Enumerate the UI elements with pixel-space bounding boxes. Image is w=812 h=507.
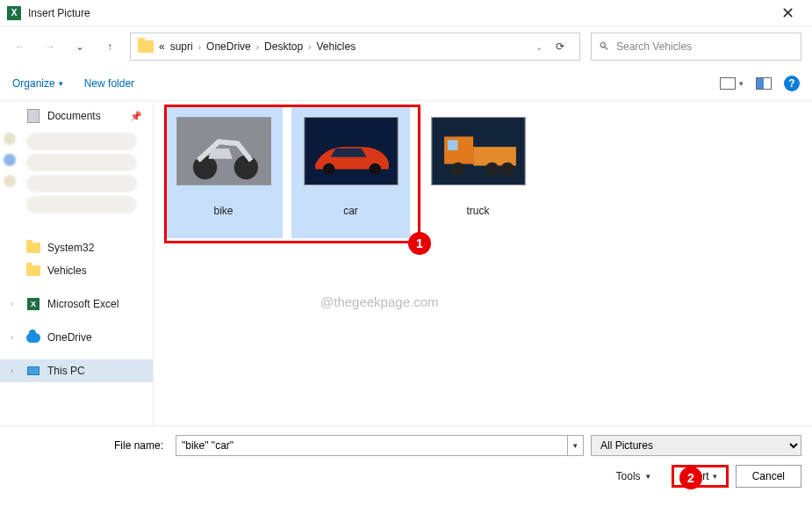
- chevron-down-icon[interactable]: ⌄: [535, 42, 543, 52]
- annotation-callout: 1: [408, 232, 431, 255]
- back-button[interactable]: ←: [11, 37, 30, 56]
- preview-pane-button[interactable]: [756, 77, 772, 90]
- filename-dropdown[interactable]: ▾: [568, 435, 584, 456]
- dialog-body: Documents 📌 System32 Vehicles › X Micros…: [0, 100, 812, 425]
- sidebar-item-onedrive[interactable]: › OneDrive: [0, 326, 153, 349]
- folder-icon: [26, 265, 40, 276]
- breadcrumb-item[interactable]: OneDrive: [206, 40, 251, 53]
- breadcrumb-item[interactable]: Vehicles: [316, 40, 356, 53]
- breadcrumb-item[interactable]: supri: [170, 40, 193, 53]
- new-folder-button[interactable]: New folder: [84, 77, 134, 90]
- chevron-right-icon: ›: [11, 333, 19, 342]
- svg-point-1: [192, 156, 216, 179]
- search-icon: 🔍︎: [599, 40, 609, 53]
- cloud-icon: [26, 333, 40, 343]
- file-list[interactable]: 1 bike car truck @thegeekpage.c: [154, 101, 812, 425]
- svg-point-10: [450, 163, 464, 177]
- breadcrumb-item[interactable]: Desktop: [264, 40, 303, 53]
- excel-icon: X: [27, 298, 40, 310]
- file-type-filter[interactable]: All Pictures: [591, 435, 801, 456]
- svg-point-2: [234, 156, 257, 179]
- organize-menu[interactable]: Organize ▾: [12, 77, 63, 90]
- navigation-pane: Documents 📌 System32 Vehicles › X Micros…: [0, 101, 154, 425]
- title-bar: X Insert Picture ✕: [0, 0, 812, 26]
- file-item-car[interactable]: car: [291, 106, 410, 238]
- folder-icon: [26, 243, 40, 253]
- sidebar-item-label: This PC: [47, 365, 85, 377]
- chevron-down-icon: ▾: [646, 472, 650, 481]
- file-name: bike: [213, 205, 233, 217]
- forward-button[interactable]: →: [40, 37, 60, 56]
- sidebar-item-label: Vehicles: [47, 264, 87, 277]
- sidebar-item-label: System32: [47, 242, 94, 254]
- window-title: Insert Picture: [28, 7, 90, 19]
- toolbar: Organize ▾ New folder ▾ ?: [0, 67, 812, 100]
- cancel-button[interactable]: Cancel: [736, 465, 801, 488]
- chevron-right-icon: ›: [11, 300, 19, 308]
- blurred-item: [26, 133, 137, 150]
- filename-input[interactable]: [176, 435, 568, 456]
- pin-icon: 📌: [130, 111, 142, 122]
- svg-rect-9: [447, 140, 457, 150]
- sidebar-item-label: Documents: [47, 110, 101, 122]
- svg-point-12: [500, 163, 514, 177]
- thumbnail: [304, 117, 399, 185]
- annotation-callout: 2: [679, 467, 702, 489]
- file-name: car: [343, 205, 358, 217]
- watermark: @thegeekpage.com: [320, 294, 438, 309]
- thumbnail: [176, 117, 271, 185]
- chevron-right-icon: ›: [308, 42, 311, 52]
- documents-icon: [27, 109, 40, 123]
- view-icon: [720, 77, 736, 90]
- close-button[interactable]: ✕: [770, 4, 805, 23]
- monitor-icon: [27, 366, 40, 375]
- nav-bar: ← → ⌄ ↑ « supri › OneDrive › Desktop › V…: [0, 26, 812, 67]
- tools-label: Tools: [616, 470, 641, 482]
- tools-menu[interactable]: Tools ▾: [616, 470, 650, 482]
- help-button[interactable]: ?: [784, 76, 800, 91]
- blurred-item: [26, 154, 137, 171]
- chevron-down-icon: ▾: [713, 472, 717, 481]
- thumbnail: [431, 117, 526, 185]
- refresh-button[interactable]: ⟳: [548, 40, 572, 53]
- blurred-item: [26, 175, 137, 192]
- chevron-right-icon: ›: [198, 42, 201, 52]
- sidebar-item-documents[interactable]: Documents 📌: [0, 105, 153, 127]
- sidebar-item-label: Microsoft Excel: [47, 298, 119, 310]
- up-button[interactable]: ↑: [100, 37, 119, 56]
- cancel-label: Cancel: [752, 470, 785, 482]
- breadcrumb-prefix: «: [159, 40, 165, 53]
- filename-label: File name:: [11, 439, 169, 452]
- folder-icon: [138, 40, 154, 53]
- view-mode-button[interactable]: ▾: [720, 77, 744, 90]
- svg-point-5: [369, 163, 381, 176]
- search-input[interactable]: 🔍︎ Search Vehicles: [591, 33, 801, 61]
- file-item-bike[interactable]: bike: [164, 106, 283, 238]
- sidebar-item-excel[interactable]: › X Microsoft Excel: [0, 293, 153, 315]
- blurred-item: [26, 196, 137, 214]
- address-bar[interactable]: « supri › OneDrive › Desktop › Vehicles …: [130, 33, 580, 61]
- organize-label: Organize: [12, 77, 55, 90]
- chevron-down-icon: ▾: [739, 79, 744, 88]
- chevron-down-icon: ▾: [59, 79, 63, 88]
- sidebar-item-system32[interactable]: System32: [0, 236, 153, 259]
- excel-app-icon: X: [7, 6, 21, 20]
- svg-point-4: [322, 163, 334, 176]
- file-item-truck[interactable]: truck: [419, 106, 537, 238]
- svg-point-11: [485, 163, 499, 177]
- chevron-right-icon: ›: [11, 366, 19, 375]
- sidebar-item-thispc[interactable]: › This PC: [0, 359, 153, 382]
- dialog-footer: File name: ▾ All Pictures Tools ▾ Insert…: [0, 425, 812, 488]
- chevron-right-icon: ›: [256, 42, 259, 52]
- search-placeholder: Search Vehicles: [616, 40, 692, 53]
- sidebar-item-vehicles[interactable]: Vehicles: [0, 259, 153, 282]
- file-name: truck: [466, 205, 489, 217]
- recent-dropdown[interactable]: ⌄: [70, 37, 90, 56]
- sidebar-item-label: OneDrive: [47, 331, 92, 344]
